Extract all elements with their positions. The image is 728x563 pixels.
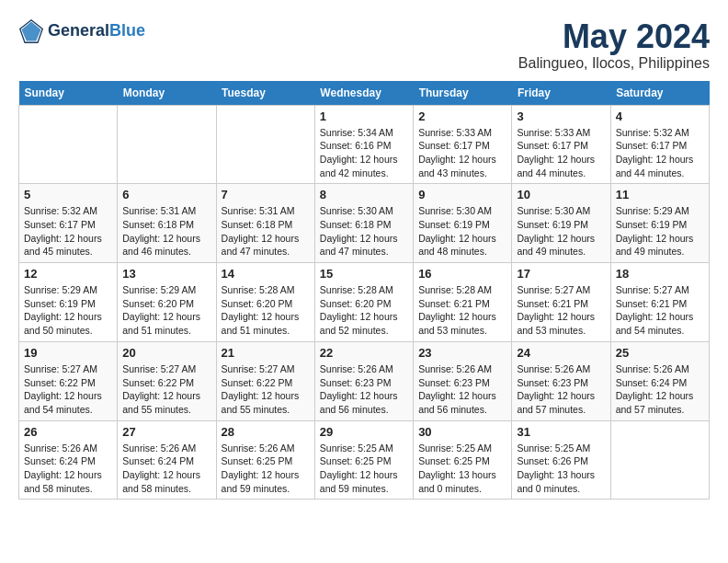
day-info: Sunrise: 5:31 AM Sunset: 6:18 PM Dayligh…	[122, 204, 210, 259]
day-info: Sunrise: 5:32 AM Sunset: 6:17 PM Dayligh…	[616, 126, 704, 180]
calendar-cell: 5Sunrise: 5:32 AM Sunset: 6:17 PM Daylig…	[19, 184, 118, 263]
day-number: 25	[616, 346, 704, 360]
day-info: Sunrise: 5:26 AM Sunset: 6:24 PM Dayligh…	[616, 362, 704, 417]
day-number: 2	[418, 109, 506, 123]
day-info: Sunrise: 5:28 AM Sunset: 6:21 PM Dayligh…	[418, 283, 506, 338]
day-info: Sunrise: 5:30 AM Sunset: 6:18 PM Dayligh…	[320, 204, 408, 259]
calendar-cell: 31Sunrise: 5:25 AM Sunset: 6:26 PM Dayli…	[512, 420, 610, 500]
day-number: 14	[222, 267, 310, 281]
calendar-week-row: 12Sunrise: 5:29 AM Sunset: 6:19 PM Dayli…	[19, 263, 710, 342]
day-number: 29	[320, 425, 408, 439]
day-number: 15	[320, 267, 408, 281]
calendar-cell: 29Sunrise: 5:25 AM Sunset: 6:25 PM Dayli…	[314, 420, 413, 500]
day-info: Sunrise: 5:25 AM Sunset: 6:26 PM Dayligh…	[517, 442, 605, 496]
calendar-cell	[19, 105, 118, 184]
calendar-cell: 21Sunrise: 5:27 AM Sunset: 6:22 PM Dayli…	[216, 341, 314, 420]
day-info: Sunrise: 5:29 AM Sunset: 6:19 PM Dayligh…	[24, 283, 112, 338]
weekday-header: Tuesday	[216, 81, 314, 106]
day-info: Sunrise: 5:32 AM Sunset: 6:17 PM Dayligh…	[24, 204, 112, 259]
day-number: 12	[24, 267, 112, 281]
day-info: Sunrise: 5:26 AM Sunset: 6:23 PM Dayligh…	[517, 362, 605, 417]
day-number: 24	[517, 346, 605, 360]
weekday-header: Monday	[118, 81, 216, 106]
calendar-cell: 25Sunrise: 5:26 AM Sunset: 6:24 PM Dayli…	[610, 341, 709, 420]
day-number: 11	[616, 188, 704, 201]
logo-blue: Blue	[109, 21, 145, 40]
calendar-cell: 9Sunrise: 5:30 AM Sunset: 6:19 PM Daylig…	[414, 184, 512, 263]
calendar-cell: 2Sunrise: 5:33 AM Sunset: 6:17 PM Daylig…	[414, 105, 512, 184]
calendar-cell: 14Sunrise: 5:28 AM Sunset: 6:20 PM Dayli…	[216, 263, 314, 342]
calendar-table: SundayMondayTuesdayWednesdayThursdayFrid…	[18, 81, 710, 500]
logo-general: General	[48, 21, 109, 40]
day-info: Sunrise: 5:33 AM Sunset: 6:17 PM Dayligh…	[418, 126, 506, 180]
calendar-week-row: 26Sunrise: 5:26 AM Sunset: 6:24 PM Dayli…	[19, 420, 710, 500]
calendar-cell: 15Sunrise: 5:28 AM Sunset: 6:20 PM Dayli…	[314, 263, 413, 342]
day-info: Sunrise: 5:26 AM Sunset: 6:25 PM Dayligh…	[222, 442, 310, 496]
day-number: 3	[517, 109, 605, 123]
calendar-cell	[216, 105, 314, 184]
day-info: Sunrise: 5:29 AM Sunset: 6:19 PM Dayligh…	[616, 204, 704, 259]
day-number: 7	[222, 188, 310, 201]
calendar-cell: 16Sunrise: 5:28 AM Sunset: 6:21 PM Dayli…	[414, 263, 512, 342]
day-info: Sunrise: 5:26 AM Sunset: 6:23 PM Dayligh…	[320, 362, 408, 417]
logo: GeneralBlue	[18, 18, 145, 44]
day-number: 18	[616, 267, 704, 281]
logo-icon	[18, 18, 44, 44]
day-info: Sunrise: 5:27 AM Sunset: 6:22 PM Dayligh…	[24, 362, 112, 417]
day-info: Sunrise: 5:25 AM Sunset: 6:25 PM Dayligh…	[418, 442, 506, 496]
weekday-header: Thursday	[414, 81, 512, 106]
calendar-cell: 6Sunrise: 5:31 AM Sunset: 6:18 PM Daylig…	[118, 184, 216, 263]
weekday-header: Sunday	[19, 81, 118, 106]
calendar-cell: 8Sunrise: 5:30 AM Sunset: 6:18 PM Daylig…	[314, 184, 413, 263]
weekday-header: Saturday	[610, 81, 709, 106]
day-info: Sunrise: 5:31 AM Sunset: 6:18 PM Dayligh…	[222, 204, 310, 259]
calendar-cell	[610, 420, 709, 500]
calendar-cell: 10Sunrise: 5:30 AM Sunset: 6:19 PM Dayli…	[512, 184, 610, 263]
day-number: 6	[122, 188, 210, 201]
day-number: 23	[418, 346, 506, 360]
calendar-cell: 30Sunrise: 5:25 AM Sunset: 6:25 PM Dayli…	[414, 420, 512, 500]
calendar-cell: 20Sunrise: 5:27 AM Sunset: 6:22 PM Dayli…	[118, 341, 216, 420]
page-header: GeneralBlue May 2024 Balingueo, Ilocos, …	[18, 18, 710, 72]
day-info: Sunrise: 5:33 AM Sunset: 6:17 PM Dayligh…	[517, 126, 605, 180]
svg-marker-0	[22, 22, 41, 41]
day-number: 31	[517, 425, 605, 439]
calendar-cell: 3Sunrise: 5:33 AM Sunset: 6:17 PM Daylig…	[512, 105, 610, 184]
day-info: Sunrise: 5:26 AM Sunset: 6:24 PM Dayligh…	[24, 442, 112, 496]
calendar-cell: 27Sunrise: 5:26 AM Sunset: 6:24 PM Dayli…	[118, 420, 216, 500]
day-number: 17	[517, 267, 605, 281]
calendar-cell: 18Sunrise: 5:27 AM Sunset: 6:21 PM Dayli…	[610, 263, 709, 342]
calendar-cell: 13Sunrise: 5:29 AM Sunset: 6:20 PM Dayli…	[118, 263, 216, 342]
logo-text: GeneralBlue	[48, 22, 145, 40]
day-number: 22	[320, 346, 408, 360]
day-number: 26	[24, 425, 112, 439]
day-number: 9	[418, 188, 506, 201]
day-info: Sunrise: 5:34 AM Sunset: 6:16 PM Dayligh…	[320, 126, 408, 180]
day-info: Sunrise: 5:28 AM Sunset: 6:20 PM Dayligh…	[222, 283, 310, 338]
day-info: Sunrise: 5:27 AM Sunset: 6:21 PM Dayligh…	[616, 283, 704, 338]
day-number: 13	[122, 267, 210, 281]
day-info: Sunrise: 5:29 AM Sunset: 6:20 PM Dayligh…	[122, 283, 210, 338]
calendar-cell: 23Sunrise: 5:26 AM Sunset: 6:23 PM Dayli…	[414, 341, 512, 420]
weekday-header: Wednesday	[314, 81, 413, 106]
location-subtitle: Balingueo, Ilocos, Philippines	[518, 55, 710, 72]
calendar-week-row: 19Sunrise: 5:27 AM Sunset: 6:22 PM Dayli…	[19, 341, 710, 420]
weekday-header-row: SundayMondayTuesdayWednesdayThursdayFrid…	[19, 81, 710, 106]
day-number: 16	[418, 267, 506, 281]
calendar-cell: 7Sunrise: 5:31 AM Sunset: 6:18 PM Daylig…	[216, 184, 314, 263]
day-number: 30	[418, 425, 506, 439]
day-info: Sunrise: 5:26 AM Sunset: 6:24 PM Dayligh…	[122, 442, 210, 496]
calendar-cell: 24Sunrise: 5:26 AM Sunset: 6:23 PM Dayli…	[512, 341, 610, 420]
calendar-cell: 28Sunrise: 5:26 AM Sunset: 6:25 PM Dayli…	[216, 420, 314, 500]
day-number: 4	[616, 109, 704, 123]
month-title: May 2024	[518, 18, 710, 55]
day-number: 21	[222, 346, 310, 360]
day-number: 1	[320, 109, 408, 123]
calendar-cell: 17Sunrise: 5:27 AM Sunset: 6:21 PM Dayli…	[512, 263, 610, 342]
day-number: 8	[320, 188, 408, 201]
day-info: Sunrise: 5:27 AM Sunset: 6:21 PM Dayligh…	[517, 283, 605, 338]
day-info: Sunrise: 5:27 AM Sunset: 6:22 PM Dayligh…	[122, 362, 210, 417]
day-number: 19	[24, 346, 112, 360]
day-info: Sunrise: 5:27 AM Sunset: 6:22 PM Dayligh…	[222, 362, 310, 417]
day-info: Sunrise: 5:30 AM Sunset: 6:19 PM Dayligh…	[418, 204, 506, 259]
